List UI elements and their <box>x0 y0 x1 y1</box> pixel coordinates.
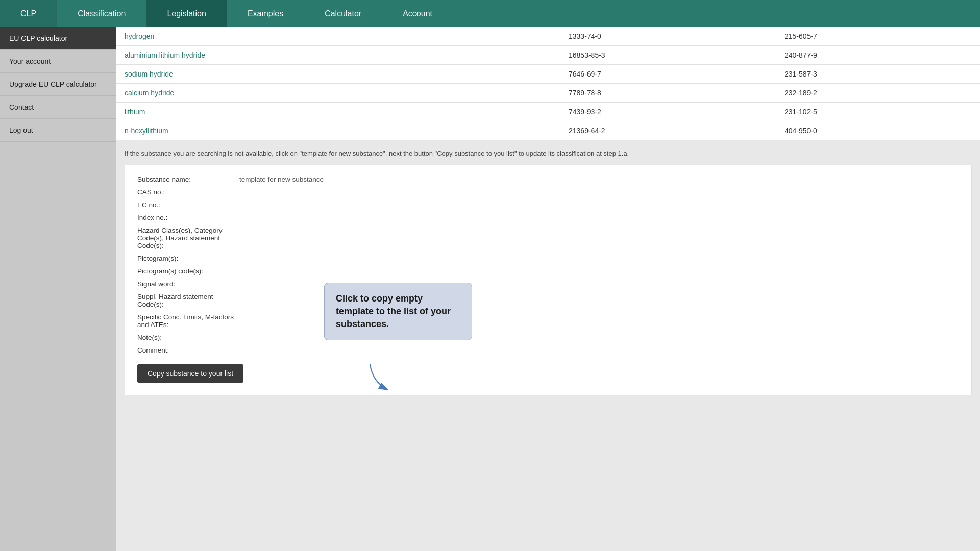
ec-number: 240-877-9 <box>764 46 980 65</box>
template-field-row: Note(s): <box>137 334 959 341</box>
table-row[interactable]: n-hexyllithium 21369-64-2 404-950-0 <box>116 121 980 140</box>
substance-name: lithium <box>116 103 548 121</box>
ec-number: 404-950-0 <box>764 121 980 140</box>
table-row[interactable]: calcium hydride 7789-78-8 232-189-2 <box>116 84 980 103</box>
table-row[interactable]: lithium 7439-93-2 231-102-5 <box>116 103 980 121</box>
tooltip-arrow <box>365 362 406 392</box>
main-content: hydrogen 1333-74-0 215-605-7 aluminium l… <box>116 27 980 551</box>
template-field-row: Specific Conc. Limits, M-factors and ATE… <box>137 313 959 329</box>
nav-legislation[interactable]: Legislation <box>146 0 227 27</box>
sidebar: EU CLP calculator Your account Upgrade E… <box>0 27 116 551</box>
ec-number: 232-189-2 <box>764 84 980 103</box>
field-label: Index no.: <box>137 214 239 221</box>
sidebar-item-contact[interactable]: Contact <box>0 96 116 119</box>
info-text: If the substance you are searching is no… <box>116 140 980 165</box>
template-field-row: Hazard Class(es), Category Code(s), Haza… <box>137 227 959 249</box>
field-label: Signal word: <box>137 280 239 288</box>
field-label: Hazard Class(es), Category Code(s), Haza… <box>137 227 239 249</box>
sidebar-item-eu-clp-calculator[interactable]: EU CLP calculator <box>0 27 116 50</box>
top-navigation: CLP Classification Legislation Examples … <box>0 0 980 27</box>
nav-calculator[interactable]: Calculator <box>304 0 382 27</box>
field-label: Comment: <box>137 346 239 354</box>
template-field-row: Index no.: <box>137 214 959 221</box>
substance-name: hydrogen <box>116 27 548 46</box>
nav-account[interactable]: Account <box>382 0 453 27</box>
field-label: Note(s): <box>137 334 239 341</box>
nav-examples[interactable]: Examples <box>227 0 304 27</box>
template-field-row: Signal word: <box>137 280 959 288</box>
sidebar-item-upgrade[interactable]: Upgrade EU CLP calculator <box>0 73 116 96</box>
field-label: Pictogram(s): <box>137 255 239 262</box>
field-label: Suppl. Hazard statement Code(s): <box>137 293 239 308</box>
field-label: Pictogram(s) code(s): <box>137 267 239 275</box>
cas-number: 7789-78-8 <box>548 84 764 103</box>
cas-number: 1333-74-0 <box>548 27 764 46</box>
cas-number: 7439-93-2 <box>548 103 764 121</box>
template-field-row: Substance name: template for new substan… <box>137 176 959 183</box>
cas-number: 21369-64-2 <box>548 121 764 140</box>
substance-name: n-hexyllithium <box>116 121 548 140</box>
substance-name: calcium hydride <box>116 84 548 103</box>
ec-number: 215-605-7 <box>764 27 980 46</box>
table-row[interactable]: sodium hydride 7646-69-7 231-587-3 <box>116 65 980 84</box>
cas-number: 16853-85-3 <box>548 46 764 65</box>
substance-name: sodium hydride <box>116 65 548 84</box>
main-layout: EU CLP calculator Your account Upgrade E… <box>0 27 980 551</box>
sidebar-item-logout[interactable]: Log out <box>0 119 116 142</box>
template-field-row: CAS no.: <box>137 188 959 196</box>
field-label: EC no.: <box>137 201 239 209</box>
template-field-row: Comment: <box>137 346 959 354</box>
table-row[interactable]: hydrogen 1333-74-0 215-605-7 <box>116 27 980 46</box>
nav-classification[interactable]: Classification <box>57 0 146 27</box>
template-field-row: EC no.: <box>137 201 959 209</box>
ec-number: 231-587-3 <box>764 65 980 84</box>
tooltip-bubble: Click to copy empty template to the list… <box>324 283 472 341</box>
field-label: Substance name: <box>137 176 239 183</box>
table-row[interactable]: aluminium lithium hydride 16853-85-3 240… <box>116 46 980 65</box>
nav-clp[interactable]: CLP <box>0 0 57 27</box>
template-field-row: Pictogram(s): <box>137 255 959 262</box>
template-card: Substance name: template for new substan… <box>125 165 972 395</box>
cas-number: 7646-69-7 <box>548 65 764 84</box>
sidebar-item-your-account[interactable]: Your account <box>0 50 116 73</box>
substance-table: hydrogen 1333-74-0 215-605-7 aluminium l… <box>116 27 980 140</box>
substance-name: aluminium lithium hydride <box>116 46 548 65</box>
template-field-row: Suppl. Hazard statement Code(s): <box>137 293 959 308</box>
field-label: CAS no.: <box>137 188 239 196</box>
field-value: template for new substance <box>239 176 324 183</box>
field-label: Specific Conc. Limits, M-factors and ATE… <box>137 313 239 329</box>
ec-number: 231-102-5 <box>764 103 980 121</box>
template-field-row: Pictogram(s) code(s): <box>137 267 959 275</box>
copy-substance-button[interactable]: Copy substance to your list <box>137 364 243 383</box>
